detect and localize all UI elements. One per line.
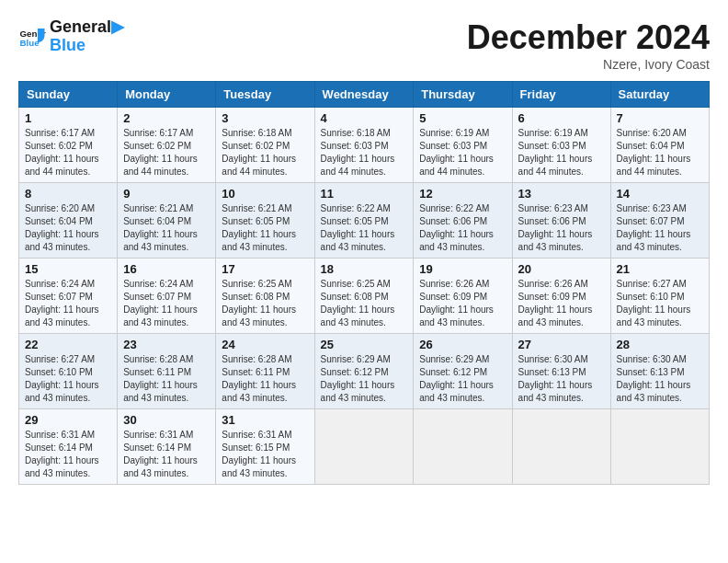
column-header-tuesday: Tuesday	[216, 82, 314, 108]
day-info: Sunrise: 6:29 AM Sunset: 6:12 PM Dayligh…	[419, 353, 506, 405]
day-number: 25	[321, 338, 408, 351]
calendar-cell: 5 Sunrise: 6:19 AM Sunset: 6:03 PM Dayli…	[414, 108, 512, 183]
day-number: 22	[25, 338, 111, 351]
day-info: Sunrise: 6:19 AM Sunset: 6:03 PM Dayligh…	[419, 127, 506, 178]
calendar-week-row: 22 Sunrise: 6:27 AM Sunset: 6:10 PM Dayl…	[19, 334, 710, 409]
calendar-week-row: 8 Sunrise: 6:20 AM Sunset: 6:04 PM Dayli…	[19, 183, 710, 259]
day-info: Sunrise: 6:31 AM Sunset: 6:15 PM Dayligh…	[222, 429, 308, 480]
day-info: Sunrise: 6:22 AM Sunset: 6:05 PM Dayligh…	[321, 202, 408, 254]
logo-text: General▶ Blue	[50, 18, 124, 55]
calendar-cell: 2 Sunrise: 6:17 AM Sunset: 6:02 PM Dayli…	[118, 108, 216, 183]
day-info: Sunrise: 6:29 AM Sunset: 6:12 PM Dayligh…	[321, 353, 408, 405]
calendar-cell: 3 Sunrise: 6:18 AM Sunset: 6:02 PM Dayli…	[216, 108, 314, 183]
column-header-friday: Friday	[512, 82, 610, 108]
day-info: Sunrise: 6:20 AM Sunset: 6:04 PM Dayligh…	[25, 202, 111, 254]
calendar-cell: 26 Sunrise: 6:29 AM Sunset: 6:12 PM Dayl…	[414, 334, 512, 409]
column-header-sunday: Sunday	[19, 82, 118, 108]
day-number: 21	[617, 262, 703, 276]
day-info: Sunrise: 6:27 AM Sunset: 6:10 PM Dayligh…	[617, 278, 703, 329]
logo: General Blue General▶ Blue	[18, 18, 124, 55]
day-info: Sunrise: 6:26 AM Sunset: 6:09 PM Dayligh…	[419, 278, 506, 329]
title-section: December 2024 Nzere, Ivory Coast	[467, 18, 710, 72]
calendar-cell: 19 Sunrise: 6:26 AM Sunset: 6:09 PM Dayl…	[414, 259, 512, 334]
day-number: 29	[25, 413, 111, 427]
day-info: Sunrise: 6:22 AM Sunset: 6:06 PM Dayligh…	[419, 202, 506, 254]
day-info: Sunrise: 6:31 AM Sunset: 6:14 PM Dayligh…	[123, 429, 210, 480]
calendar-cell: 13 Sunrise: 6:23 AM Sunset: 6:06 PM Dayl…	[512, 183, 610, 259]
calendar-title: December 2024	[467, 18, 710, 57]
day-info: Sunrise: 6:21 AM Sunset: 6:05 PM Dayligh…	[222, 202, 308, 254]
day-number: 1	[25, 111, 111, 125]
calendar-cell: 31 Sunrise: 6:31 AM Sunset: 6:15 PM Dayl…	[216, 409, 314, 485]
day-info: Sunrise: 6:25 AM Sunset: 6:08 PM Dayligh…	[222, 278, 308, 329]
day-info: Sunrise: 6:18 AM Sunset: 6:03 PM Dayligh…	[321, 127, 408, 178]
calendar-cell	[512, 409, 610, 485]
header: General Blue General▶ Blue December 2024…	[18, 18, 710, 72]
svg-text:Blue: Blue	[20, 38, 40, 48]
column-header-wednesday: Wednesday	[314, 82, 414, 108]
calendar-body: 1 Sunrise: 6:17 AM Sunset: 6:02 PM Dayli…	[19, 108, 710, 485]
calendar-cell: 10 Sunrise: 6:21 AM Sunset: 6:05 PM Dayl…	[216, 183, 314, 259]
day-info: Sunrise: 6:21 AM Sunset: 6:04 PM Dayligh…	[123, 202, 210, 254]
day-info: Sunrise: 6:19 AM Sunset: 6:03 PM Dayligh…	[518, 127, 605, 178]
day-info: Sunrise: 6:23 AM Sunset: 6:06 PM Dayligh…	[518, 202, 605, 254]
calendar-cell: 25 Sunrise: 6:29 AM Sunset: 6:12 PM Dayl…	[314, 334, 414, 409]
day-info: Sunrise: 6:26 AM Sunset: 6:09 PM Dayligh…	[518, 278, 605, 329]
calendar-cell: 30 Sunrise: 6:31 AM Sunset: 6:14 PM Dayl…	[118, 409, 216, 485]
calendar-cell: 16 Sunrise: 6:24 AM Sunset: 6:07 PM Dayl…	[118, 259, 216, 334]
calendar-cell	[610, 409, 709, 485]
column-header-thursday: Thursday	[414, 82, 512, 108]
calendar-cell: 1 Sunrise: 6:17 AM Sunset: 6:02 PM Dayli…	[19, 108, 118, 183]
calendar-week-row: 15 Sunrise: 6:24 AM Sunset: 6:07 PM Dayl…	[19, 259, 710, 334]
day-info: Sunrise: 6:28 AM Sunset: 6:11 PM Dayligh…	[222, 353, 308, 405]
day-number: 7	[617, 111, 703, 125]
day-number: 2	[123, 111, 210, 125]
day-info: Sunrise: 6:18 AM Sunset: 6:02 PM Dayligh…	[222, 127, 308, 178]
day-info: Sunrise: 6:28 AM Sunset: 6:11 PM Dayligh…	[123, 353, 210, 405]
calendar-cell: 7 Sunrise: 6:20 AM Sunset: 6:04 PM Dayli…	[610, 108, 709, 183]
day-number: 5	[419, 111, 506, 125]
calendar-cell: 14 Sunrise: 6:23 AM Sunset: 6:07 PM Dayl…	[610, 183, 709, 259]
calendar-header-row: SundayMondayTuesdayWednesdayThursdayFrid…	[19, 82, 710, 108]
day-number: 6	[518, 111, 605, 125]
day-number: 11	[321, 187, 408, 201]
day-info: Sunrise: 6:27 AM Sunset: 6:10 PM Dayligh…	[25, 353, 111, 405]
day-number: 16	[123, 262, 210, 276]
calendar-cell: 9 Sunrise: 6:21 AM Sunset: 6:04 PM Dayli…	[118, 183, 216, 259]
day-info: Sunrise: 6:23 AM Sunset: 6:07 PM Dayligh…	[617, 202, 703, 254]
logo-icon: General Blue	[18, 23, 46, 51]
day-number: 8	[25, 187, 111, 201]
calendar-cell: 12 Sunrise: 6:22 AM Sunset: 6:06 PM Dayl…	[414, 183, 512, 259]
day-number: 13	[518, 187, 605, 201]
day-number: 18	[321, 262, 408, 276]
column-header-monday: Monday	[118, 82, 216, 108]
day-number: 17	[222, 262, 308, 276]
day-info: Sunrise: 6:31 AM Sunset: 6:14 PM Dayligh…	[25, 429, 111, 480]
day-info: Sunrise: 6:17 AM Sunset: 6:02 PM Dayligh…	[25, 127, 111, 178]
day-number: 4	[321, 111, 408, 125]
calendar-cell: 22 Sunrise: 6:27 AM Sunset: 6:10 PM Dayl…	[19, 334, 118, 409]
day-number: 14	[617, 187, 703, 201]
calendar-cell: 6 Sunrise: 6:19 AM Sunset: 6:03 PM Dayli…	[512, 108, 610, 183]
calendar-subtitle: Nzere, Ivory Coast	[467, 57, 710, 72]
calendar-cell: 21 Sunrise: 6:27 AM Sunset: 6:10 PM Dayl…	[610, 259, 709, 334]
day-number: 12	[419, 187, 506, 201]
calendar-week-row: 29 Sunrise: 6:31 AM Sunset: 6:14 PM Dayl…	[19, 409, 710, 485]
calendar-cell: 17 Sunrise: 6:25 AM Sunset: 6:08 PM Dayl…	[216, 259, 314, 334]
day-number: 23	[123, 338, 210, 351]
calendar-cell: 24 Sunrise: 6:28 AM Sunset: 6:11 PM Dayl…	[216, 334, 314, 409]
day-info: Sunrise: 6:20 AM Sunset: 6:04 PM Dayligh…	[617, 127, 703, 178]
day-number: 20	[518, 262, 605, 276]
day-info: Sunrise: 6:25 AM Sunset: 6:08 PM Dayligh…	[321, 278, 408, 329]
day-number: 9	[123, 187, 210, 201]
calendar-cell: 28 Sunrise: 6:30 AM Sunset: 6:13 PM Dayl…	[610, 334, 709, 409]
calendar-cell	[314, 409, 414, 485]
calendar-cell: 18 Sunrise: 6:25 AM Sunset: 6:08 PM Dayl…	[314, 259, 414, 334]
calendar-cell: 29 Sunrise: 6:31 AM Sunset: 6:14 PM Dayl…	[19, 409, 118, 485]
day-number: 26	[419, 338, 506, 351]
column-header-saturday: Saturday	[610, 82, 709, 108]
calendar-cell: 20 Sunrise: 6:26 AM Sunset: 6:09 PM Dayl…	[512, 259, 610, 334]
day-number: 30	[123, 413, 210, 427]
calendar-cell	[414, 409, 512, 485]
day-number: 10	[222, 187, 308, 201]
